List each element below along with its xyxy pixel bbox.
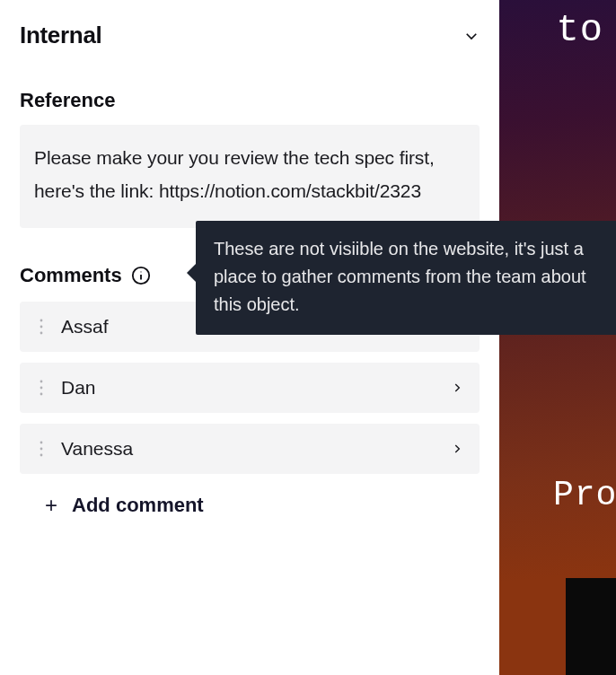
comment-item[interactable]: Vanessa xyxy=(20,424,480,474)
svg-point-8 xyxy=(40,392,43,395)
drag-handle-icon[interactable] xyxy=(31,380,52,396)
svg-point-11 xyxy=(40,453,43,456)
svg-point-7 xyxy=(40,386,43,389)
drag-handle-icon[interactable] xyxy=(31,441,52,457)
drag-handle-icon[interactable] xyxy=(31,319,52,335)
section-toggle[interactable]: Internal xyxy=(20,18,480,67)
svg-point-2 xyxy=(140,271,141,272)
comments-label: Comments xyxy=(20,264,122,287)
svg-point-5 xyxy=(40,331,43,334)
comment-author: Vanessa xyxy=(52,438,451,460)
chevron-right-icon xyxy=(451,381,463,394)
section-title: Internal xyxy=(20,22,102,49)
comment-item[interactable]: Dan xyxy=(20,363,480,413)
reference-text[interactable]: Please make your you review the tech spe… xyxy=(20,125,480,228)
preview-dark-block xyxy=(566,578,616,675)
svg-point-10 xyxy=(40,447,43,450)
chevron-right-icon xyxy=(451,443,463,455)
plus-icon: + xyxy=(45,495,57,516)
comments-header: Comments These are not visiible on the w… xyxy=(20,264,480,287)
chevron-down-icon xyxy=(463,28,480,44)
comments-tooltip: These are not visiible on the website, i… xyxy=(196,221,616,335)
add-comment-label: Add comment xyxy=(72,494,204,517)
svg-point-9 xyxy=(40,441,43,443)
svg-point-4 xyxy=(40,325,43,328)
svg-point-3 xyxy=(40,319,43,321)
site-preview: to Pro xyxy=(499,0,616,675)
reference-label: Reference xyxy=(20,89,480,112)
internal-panel: Internal Reference Please make your you … xyxy=(0,0,499,675)
svg-point-6 xyxy=(40,380,43,382)
add-comment-button[interactable]: + Add comment xyxy=(20,474,480,517)
preview-text-fragment: Pro xyxy=(553,476,616,514)
info-icon[interactable] xyxy=(131,266,151,285)
comment-author: Dan xyxy=(52,377,451,399)
preview-text-fragment: to xyxy=(557,9,603,52)
